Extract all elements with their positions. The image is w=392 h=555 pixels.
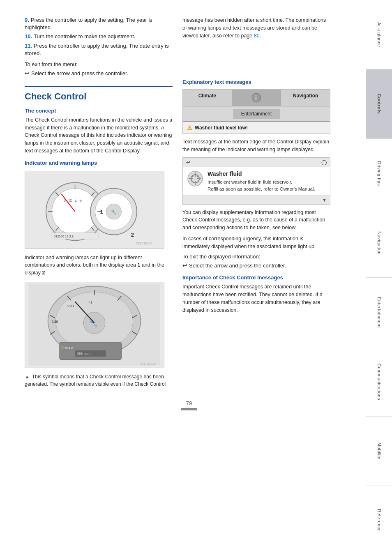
washer-box-title: Washer fluid [208, 170, 326, 177]
top-section: 9.Press the controller to apply the sett… [25, 16, 353, 79]
svg-text:358 mph: 358 mph [77, 352, 91, 356]
numbered-list: 9.Press the controller to apply the sett… [25, 16, 173, 57]
svg-point-58 [192, 175, 194, 177]
importance-text: Important Check Control messages are ret… [182, 283, 330, 314]
text-messages-note: Text messages at the bottom edge of the … [182, 138, 330, 154]
washer-box-scroll: ▼ [183, 196, 330, 204]
left-column: 9.Press the controller to apply the sett… [25, 16, 173, 79]
page-number: 79 [25, 400, 353, 410]
svg-text:M3     Δ: M3 Δ [65, 345, 74, 350]
warning-text: Washer fluid level low! [195, 125, 248, 131]
svg-text:⚙: ⚙ [64, 199, 67, 203]
exit-label: To exit from the menu: [25, 61, 173, 67]
sidebar-label-at-a-glance: At a glance [377, 22, 382, 47]
right-top-text: message has been hidden after a short ti… [182, 16, 330, 39]
supplementary-text-1: You can display supplementary informatio… [182, 209, 330, 232]
washer-text-area: Washer fluid Insufficient washer fluid i… [208, 170, 326, 192]
svg-text:140: 140 [52, 319, 58, 324]
check-control-title: Check Control [25, 86, 173, 102]
info-icon: i [251, 93, 261, 103]
indicator-subtext: Indicator and warning lamps can light up… [25, 254, 173, 277]
svg-text:+1: +1 [89, 300, 93, 304]
list-item-10: 10.Turn the controller to make the adjus… [25, 33, 173, 40]
page-bar [181, 408, 197, 410]
supplementary-text-2: In cases of corresponding urgency, this … [182, 235, 330, 251]
nav-display-top: Climate i Navigation [183, 90, 330, 106]
item-9-num: 9. [25, 17, 29, 23]
item-11-text: Press the controller to apply the settin… [25, 43, 169, 56]
back-arrow-icon: ↩ [25, 70, 30, 76]
concept-heading: The concept [25, 108, 173, 114]
entertainment-row: Entertainment [183, 106, 330, 122]
symbol-note: ▲ This symbol means that a Check Control… [25, 373, 173, 388]
svg-text:2: 2 [131, 232, 134, 238]
sidebar-item-communications[interactable]: Communications [366, 347, 392, 417]
right-column-main: Explanatory text messages Climate i Navi… [182, 79, 330, 392]
nav-display: Climate i Navigation Entertainment [182, 89, 330, 134]
svg-text:🔧: 🔧 [111, 209, 117, 215]
power-icon: ◯ [321, 159, 327, 165]
item-9-text: Press the controller to apply the settin… [25, 17, 152, 30]
main-content: 9.Press the controller to apply the sett… [0, 0, 366, 555]
climate-tab: Climate [183, 90, 232, 106]
washer-box-content: Washer fluid Insufficient washer fluid i… [183, 167, 330, 195]
sidebar: At a glance Controls Driving tips Naviga… [366, 0, 392, 555]
indicator-heading: Indicator and warning lamps [25, 160, 173, 166]
sidebar-item-mobility[interactable]: Mobility [366, 417, 392, 486]
warning-bar: ⚠ Washer fluid level low! [183, 122, 330, 134]
exit-displayed: To exit the displayed information: [182, 253, 330, 260]
check-control-left: Check Control The concept The Check Cont… [25, 79, 173, 392]
back-icon: ↩ [186, 159, 190, 165]
sidebar-item-entertainment[interactable]: Entertainment [366, 278, 392, 347]
warning-triangle-icon: ⚠ [187, 124, 192, 131]
check-control-section: Check Control The concept The Check Cont… [25, 79, 353, 392]
washer-fluid-box: ↩ ◯ [182, 157, 330, 204]
sidebar-label-communications: Communications [377, 364, 382, 400]
svg-text:▲: ▲ [74, 199, 77, 203]
svg-text:⊕: ⊕ [79, 199, 82, 203]
sidebar-label-reference: Reference [377, 509, 382, 532]
exit-instruction: ↩Select the arrow and press the controll… [25, 70, 173, 76]
concept-text: The Check Control monitors functions in … [25, 116, 173, 155]
svg-text:⚠: ⚠ [60, 345, 65, 350]
entertainment-btn: Entertainment [233, 109, 280, 119]
item-11-num: 11. [25, 43, 32, 49]
exit-instruction-2: ↩Select the arrow and press the controll… [182, 262, 330, 269]
washer-icon [187, 170, 203, 190]
svg-text:CE17LE010A: CE17LE010A [136, 242, 152, 245]
page-ref: 80 [254, 33, 260, 39]
item-10-text: Turn the controller to make the adjustme… [34, 33, 135, 39]
sidebar-label-mobility: Mobility [377, 442, 382, 459]
sidebar-item-navigation[interactable]: Navigation [366, 208, 392, 278]
list-item-11: 11.Press the controller to apply the set… [25, 42, 173, 57]
svg-text:☰: ☰ [69, 199, 72, 203]
svg-point-59 [197, 175, 198, 177]
importance-heading: Importance of Check Control messages [182, 274, 330, 281]
svg-text:i: i [255, 94, 257, 101]
sidebar-item-driving-tips[interactable]: Driving tips [366, 139, 392, 208]
sidebar-label-navigation: Navigation [377, 231, 382, 255]
sidebar-item-controls[interactable]: Controls [366, 69, 392, 139]
instrument-cluster-image-1: 1 2 ⚙ ☰ ▲ ⊕ 🔧 [25, 171, 164, 249]
sidebar-label-driving-tips: Driving tips [377, 161, 382, 186]
washer-box-top-bar: ↩ ◯ [183, 158, 330, 167]
info-tab: i [232, 90, 281, 106]
warning-triangle-icon: ▲ [25, 374, 30, 380]
svg-text:032050   12.3.8: 032050 12.3.8 [54, 235, 74, 238]
sidebar-label-controls: Controls [377, 94, 382, 114]
sidebar-item-reference[interactable]: Reference [366, 486, 392, 555]
back-arrow-icon-2: ↩ [182, 262, 187, 269]
svg-text:1: 1 [100, 209, 103, 215]
sidebar-label-entertainment: Entertainment [377, 297, 382, 328]
list-item-9: 9.Press the controller to apply the sett… [25, 16, 173, 31]
washer-fluid-icon [187, 170, 203, 187]
navigation-tab: Navigation [281, 90, 330, 106]
washer-box-detail: Insufficient washer fluid in fluid reser… [208, 179, 326, 192]
sidebar-item-at-a-glance[interactable]: At a glance [366, 0, 392, 69]
svg-text:CE17LE010A: CE17LE010A [140, 362, 157, 365]
right-column-top: message has been hidden after a short ti… [182, 16, 330, 79]
page-wrapper: 9.Press the controller to apply the sett… [0, 0, 392, 555]
instrument-cluster-image-2: 220 140 60 +1 🔧 M3 Δ [25, 282, 164, 368]
item-10-num: 10. [25, 33, 32, 39]
explanatory-heading: Explanatory text messages [182, 79, 330, 85]
